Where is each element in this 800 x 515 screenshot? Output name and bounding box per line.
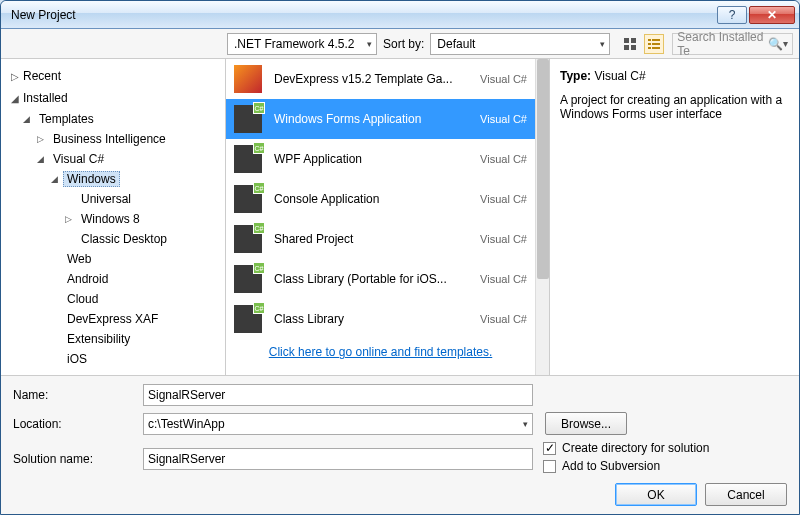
category-tree: ▷Recent ◢Installed ◢Templates ▷Business … bbox=[1, 59, 226, 375]
tree-ext[interactable]: Extensibility bbox=[47, 329, 225, 349]
description: A project for creating an application wi… bbox=[560, 93, 789, 121]
online-templates-link[interactable]: Click here to go online and find templat… bbox=[269, 345, 492, 359]
createdir-checkbox[interactable]: ✓ bbox=[543, 442, 556, 455]
section-installed[interactable]: ◢Installed bbox=[1, 87, 225, 109]
template-icon: C# bbox=[234, 105, 262, 133]
chevron-down-icon: ◢ bbox=[23, 114, 35, 124]
template-name: DevExpress v15.2 Template Ga... bbox=[274, 72, 472, 86]
tree-ios[interactable]: iOS bbox=[47, 349, 225, 369]
details-pane: Type: Visual C# A project for creating a… bbox=[549, 59, 799, 375]
name-input[interactable]: SignalRServer bbox=[143, 384, 533, 406]
template-row[interactable]: C#Class Library (Portable for iOS...Visu… bbox=[226, 259, 535, 299]
type-label: Type: bbox=[560, 69, 591, 83]
chevron-right-icon: ▷ bbox=[11, 71, 23, 82]
tree-cloud[interactable]: Cloud bbox=[47, 289, 225, 309]
svg-rect-6 bbox=[648, 43, 651, 45]
chevron-down-icon: ▾ bbox=[600, 39, 605, 49]
titlebar[interactable]: New Project ? ✕ bbox=[1, 1, 799, 29]
tree-web[interactable]: Web bbox=[47, 249, 225, 269]
svg-rect-8 bbox=[648, 47, 651, 49]
svg-rect-3 bbox=[631, 45, 636, 50]
new-project-dialog: New Project ? ✕ .NET Framework 4.5.2 ▾ S… bbox=[0, 0, 800, 515]
template-list: DevExpress v15.2 Template Ga...Visual C#… bbox=[226, 59, 535, 375]
template-row[interactable]: C#Class LibraryVisual C# bbox=[226, 299, 535, 339]
view-list-button[interactable] bbox=[644, 34, 664, 54]
template-icon: C# bbox=[234, 145, 262, 173]
tree-windows[interactable]: ◢Windows bbox=[47, 169, 225, 189]
chevron-right-icon: ▷ bbox=[37, 134, 49, 144]
template-name: Windows Forms Application bbox=[274, 112, 472, 126]
chevron-right-icon: ▷ bbox=[65, 214, 77, 224]
tree-vcs[interactable]: ◢Visual C# bbox=[33, 149, 225, 169]
solution-input[interactable]: SignalRServer bbox=[143, 448, 533, 470]
cancel-button[interactable]: Cancel bbox=[705, 483, 787, 506]
svg-rect-0 bbox=[624, 38, 629, 43]
window-title: New Project bbox=[11, 8, 715, 22]
location-label: Location: bbox=[13, 417, 143, 431]
type-value: Visual C# bbox=[594, 69, 645, 83]
template-row[interactable]: DevExpress v15.2 Template Ga...Visual C# bbox=[226, 59, 535, 99]
template-icon: C# bbox=[234, 225, 262, 253]
chevron-down-icon: ◢ bbox=[11, 93, 23, 104]
template-icon: C# bbox=[234, 265, 262, 293]
tree-android[interactable]: Android bbox=[47, 269, 225, 289]
template-name: Class Library bbox=[274, 312, 472, 326]
framework-combo[interactable]: .NET Framework 4.5.2 ▾ bbox=[227, 33, 377, 55]
chevron-down-icon: ▾ bbox=[367, 39, 372, 49]
section-recent[interactable]: ▷Recent bbox=[1, 65, 225, 87]
template-lang: Visual C# bbox=[472, 153, 527, 165]
tree-win8[interactable]: ▷Windows 8 bbox=[61, 209, 225, 229]
template-lang: Visual C# bbox=[472, 193, 527, 205]
template-row[interactable]: C#Console ApplicationVisual C# bbox=[226, 179, 535, 219]
template-name: Shared Project bbox=[274, 232, 472, 246]
template-row[interactable]: C#WPF ApplicationVisual C# bbox=[226, 139, 535, 179]
svg-rect-7 bbox=[652, 43, 660, 45]
tree-templates[interactable]: ◢Templates bbox=[19, 109, 225, 129]
solution-label: Solution name: bbox=[13, 452, 143, 466]
toolbar: .NET Framework 4.5.2 ▾ Sort by: Default … bbox=[1, 29, 799, 59]
framework-value: .NET Framework 4.5.2 bbox=[234, 37, 354, 51]
chevron-down-icon: ◢ bbox=[51, 174, 63, 184]
search-icon: 🔍 bbox=[768, 37, 783, 51]
createdir-label: Create directory for solution bbox=[562, 441, 709, 455]
close-button[interactable]: ✕ bbox=[749, 6, 795, 24]
tree-dxaf[interactable]: DevExpress XAF bbox=[47, 309, 225, 329]
template-row[interactable]: C#Shared ProjectVisual C# bbox=[226, 219, 535, 259]
grid-icon bbox=[623, 37, 637, 51]
sortby-combo[interactable]: Default ▾ bbox=[430, 33, 610, 55]
view-icons-button[interactable] bbox=[620, 34, 640, 54]
chevron-down-icon: ▾ bbox=[523, 419, 528, 429]
svg-rect-2 bbox=[624, 45, 629, 50]
template-icon bbox=[234, 65, 262, 93]
form-area: Name: SignalRServer Location: c:\TestWin… bbox=[1, 375, 799, 514]
location-input[interactable]: c:\TestWinApp▾ bbox=[143, 413, 533, 435]
template-lang: Visual C# bbox=[472, 313, 527, 325]
template-name: Class Library (Portable for iOS... bbox=[274, 272, 472, 286]
scrollbar[interactable] bbox=[535, 59, 549, 375]
help-button[interactable]: ? bbox=[717, 6, 747, 24]
template-icon: C# bbox=[234, 305, 262, 333]
scroll-thumb[interactable] bbox=[537, 59, 549, 279]
name-label: Name: bbox=[13, 388, 143, 402]
addsvn-label: Add to Subversion bbox=[562, 459, 660, 473]
template-icon: C# bbox=[234, 185, 262, 213]
tree-bi[interactable]: ▷Business Intelligence bbox=[33, 129, 225, 149]
svg-rect-5 bbox=[652, 39, 660, 41]
template-lang: Visual C# bbox=[472, 273, 527, 285]
browse-button[interactable]: Browse... bbox=[545, 412, 627, 435]
template-lang: Visual C# bbox=[472, 73, 527, 85]
template-name: Console Application bbox=[274, 192, 472, 206]
list-icon bbox=[647, 37, 661, 51]
svg-rect-4 bbox=[648, 39, 651, 41]
tree-classic[interactable]: Classic Desktop bbox=[61, 229, 225, 249]
addsvn-checkbox[interactable] bbox=[543, 460, 556, 473]
template-lang: Visual C# bbox=[472, 233, 527, 245]
svg-rect-9 bbox=[652, 47, 660, 49]
template-lang: Visual C# bbox=[472, 113, 527, 125]
tree-universal[interactable]: Universal bbox=[61, 189, 225, 209]
search-input[interactable]: Search Installed Te 🔍 ▾ bbox=[672, 33, 793, 55]
ok-button[interactable]: OK bbox=[615, 483, 697, 506]
chevron-down-icon: ◢ bbox=[37, 154, 49, 164]
sortby-value: Default bbox=[437, 37, 475, 51]
template-row[interactable]: C#Windows Forms ApplicationVisual C# bbox=[226, 99, 535, 139]
